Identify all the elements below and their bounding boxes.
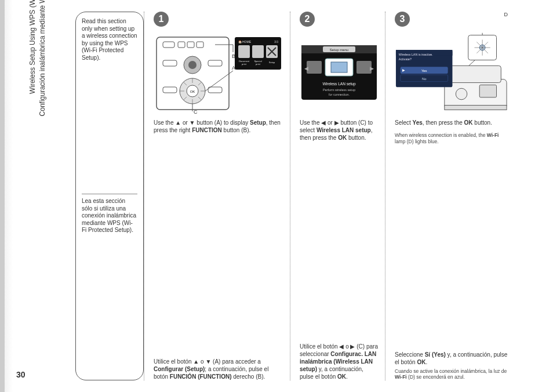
svg-text:for connection.: for connection. <box>328 93 350 96</box>
svg-text:Yes: Yes <box>421 69 427 72</box>
svg-text:No: No <box>422 77 426 80</box>
step-1-text-es: Utilice el botón ▲ o ▼ (A) para acceder … <box>154 358 283 380</box>
section-title-en: Wireless Setup Using WPS (Wi-Fi Protecte… <box>28 0 38 215</box>
svg-text:print: print <box>242 63 247 66</box>
svg-rect-20 <box>163 87 177 93</box>
screen-home: HOME <box>242 40 252 43</box>
svg-point-6 <box>188 61 197 69</box>
svg-rect-29 <box>252 45 264 58</box>
intro-box: Read this section only when setting up a… <box>75 12 144 380</box>
step-2-text-en: Use the ◀ or ▶ button (C) to select Wire… <box>300 119 378 141</box>
svg-rect-2 <box>178 42 185 48</box>
svg-text:OK: OK <box>190 90 195 93</box>
intro-en: Read this section only when setting up a… <box>82 18 137 61</box>
svg-text:Perform wireless setup: Perform wireless setup <box>323 88 355 92</box>
divider <box>82 194 137 194</box>
svg-text:Activate?: Activate? <box>399 57 412 60</box>
step-number-badge: 3 <box>395 12 410 27</box>
step-1: 1 <box>144 12 290 380</box>
manual-page: Wireless Setup Using WPS (Wi-Fi Protecte… <box>0 0 553 392</box>
step-3: 3 D <box>385 12 515 380</box>
svg-text:▶: ▶ <box>402 68 405 72</box>
svg-rect-3 <box>187 42 194 48</box>
svg-text:▶: ▶ <box>370 66 374 71</box>
section-title-vertical: Wireless Setup Using WPS (Wi-Fi Protecte… <box>28 0 51 35</box>
svg-rect-4 <box>197 42 203 48</box>
svg-text:◀: ◀ <box>304 66 308 71</box>
svg-rect-59 <box>445 105 507 110</box>
svg-rect-39 <box>307 61 322 74</box>
content-row: Read this section only when setting up a… <box>75 12 539 380</box>
page-number: 30 <box>16 370 26 379</box>
screen-title: Setup menu <box>329 48 348 52</box>
svg-text:🏠: 🏠 <box>238 40 242 44</box>
svg-rect-57 <box>479 85 496 97</box>
step-3-text-es: Seleccione Sí (Yes) y, a continuación, p… <box>395 351 508 366</box>
svg-point-58 <box>456 88 467 100</box>
svg-text:print: print <box>256 63 261 66</box>
step-3-note-en: When wireless connection is enabled, the… <box>395 132 508 144</box>
intro-es: Lea esta sección sólo si utiliza una con… <box>82 198 137 234</box>
section-title-es: Configuración inalámbrica mediante WPS (… <box>38 0 48 215</box>
svg-rect-8 <box>208 60 222 66</box>
label-c: C <box>194 109 198 114</box>
svg-rect-42 <box>331 62 347 72</box>
step-3-text-en: Select Yes, then press the OK button. <box>395 119 508 126</box>
step-2: 2 Setup menu ◀ ▶ Wireless LAN setup Perf… <box>290 12 385 380</box>
step-2-text-es: Utilice el botón ◀ o ▶ (C) para seleccio… <box>300 343 378 380</box>
step-1-text-en: Use the ▲ or ▼ button (A) to display Set… <box>154 119 283 134</box>
screen-page: 3/3 <box>274 40 278 43</box>
svg-rect-21 <box>208 87 222 93</box>
svg-text:Wireless LAN is inactive.: Wireless LAN is inactive. <box>399 52 433 56</box>
step-2-figure: Setup menu ◀ ▶ Wireless LAN setup Perfor… <box>300 30 378 114</box>
svg-rect-56 <box>450 66 501 82</box>
step-number-badge: 1 <box>154 12 169 27</box>
step-3-figure: Wireless LAN is inactive. Activate? ▶ Ye… <box>395 30 508 114</box>
step-number-badge: 2 <box>300 12 315 27</box>
svg-rect-1 <box>163 42 174 48</box>
step-3-note-es: Cuando se active la conexión inalámbrica… <box>395 368 508 380</box>
svg-rect-28 <box>238 45 250 58</box>
svg-rect-7 <box>163 60 177 66</box>
svg-text:Setup: Setup <box>268 61 275 64</box>
label-d: D <box>504 12 508 19</box>
step-1-figure: OK B A <box>154 30 283 114</box>
screen-cap1: Wireless LAN setup <box>322 82 355 86</box>
svg-rect-55 <box>445 79 507 108</box>
